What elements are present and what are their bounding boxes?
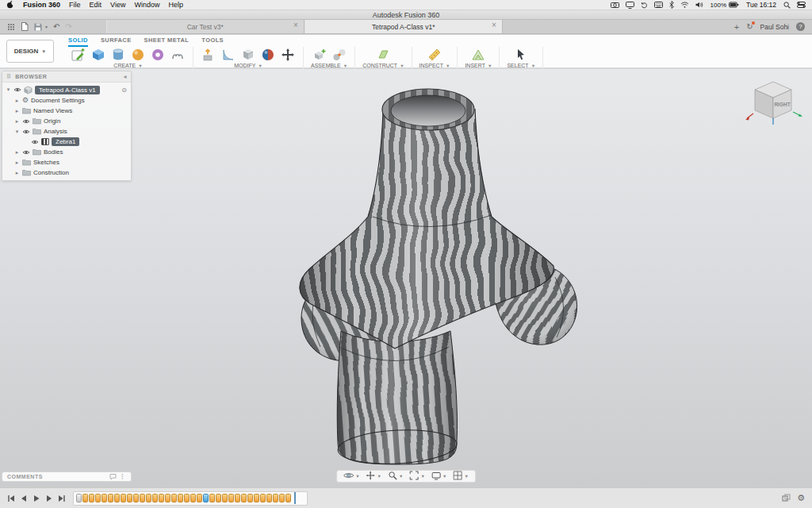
timeline-feature-form-25[interactable] bbox=[235, 494, 240, 502]
browser-item-sketches[interactable]: ▸Sketches bbox=[2, 157, 131, 167]
insert-mesh-icon[interactable] bbox=[470, 47, 486, 63]
eye-icon[interactable] bbox=[22, 118, 30, 125]
comments-bar[interactable]: COMMENTS ⋮ bbox=[2, 471, 132, 482]
timeline-feature-form-16[interactable] bbox=[178, 494, 183, 502]
browser-item-zebra1[interactable]: Zebra1 bbox=[2, 137, 131, 147]
new-component-icon[interactable] bbox=[312, 47, 327, 63]
step-back-icon[interactable] bbox=[20, 495, 28, 502]
timeline-feature-form-28[interactable] bbox=[254, 494, 259, 502]
comments-menu-icon[interactable]: ⋮ bbox=[120, 473, 127, 480]
expand-arrow[interactable]: ▸ bbox=[14, 170, 20, 176]
chevron-down-icon[interactable]: ▾ bbox=[45, 24, 48, 29]
measure-icon[interactable] bbox=[427, 47, 442, 63]
timeline-feature-form-22[interactable] bbox=[216, 494, 221, 502]
redo-icon[interactable]: ↷ bbox=[65, 22, 71, 31]
display-icon[interactable] bbox=[626, 2, 634, 9]
nav-orbit[interactable]: ▼ bbox=[343, 469, 359, 483]
browser-item-named-views[interactable]: ▸Named Views bbox=[2, 106, 131, 116]
expand-arrow[interactable]: ▾ bbox=[6, 87, 11, 93]
browser-item-origin[interactable]: ▸Origin bbox=[2, 116, 131, 126]
battery-indicator[interactable]: 100% bbox=[710, 2, 739, 9]
close-icon[interactable]: × bbox=[293, 21, 298, 29]
timeline-feature-form-29[interactable] bbox=[260, 494, 266, 502]
step-forward-icon[interactable] bbox=[45, 495, 53, 502]
timeline-feature-form-24[interactable] bbox=[228, 494, 234, 502]
timeline-feature-form-15[interactable] bbox=[171, 494, 177, 502]
timeline-position-marker[interactable] bbox=[294, 492, 296, 504]
material-icon[interactable] bbox=[260, 47, 276, 63]
document-tab-1[interactable]: Tetrapod A-Class v1*× bbox=[304, 20, 503, 33]
press-pull-icon[interactable] bbox=[201, 47, 216, 63]
menu-file[interactable]: File bbox=[69, 1, 81, 9]
shell-icon[interactable] bbox=[240, 47, 256, 63]
new-document-icon[interactable] bbox=[21, 22, 29, 31]
timeline-feature-form-4[interactable] bbox=[102, 494, 107, 502]
save-icon[interactable] bbox=[34, 23, 42, 31]
bluetooth-icon[interactable] bbox=[669, 1, 674, 9]
cylinder-icon[interactable] bbox=[110, 47, 126, 63]
timeline-feature-form-6[interactable] bbox=[114, 494, 120, 502]
new-tab-button[interactable]: + bbox=[734, 22, 739, 32]
collapse-left-icon[interactable]: ◂ bbox=[123, 73, 127, 80]
job-status-icon[interactable]: ↻ bbox=[746, 22, 753, 31]
timeline-zoom-icon[interactable] bbox=[782, 491, 791, 506]
timeline-feature-form-7[interactable] bbox=[121, 494, 126, 502]
timeline-feature-sketch-0[interactable] bbox=[76, 494, 82, 502]
timeline-feature-form-19[interactable] bbox=[197, 494, 202, 502]
eye-icon[interactable] bbox=[22, 129, 30, 135]
expand-arrow[interactable]: ▾ bbox=[14, 129, 20, 135]
expand-arrow[interactable]: ▸ bbox=[14, 108, 20, 114]
menu-edit[interactable]: Edit bbox=[90, 1, 102, 9]
move-icon[interactable] bbox=[280, 47, 296, 63]
tab-sheet-metal[interactable]: SHEET METAL bbox=[144, 37, 190, 47]
comment-bubble-icon[interactable] bbox=[109, 473, 117, 480]
tab-tools[interactable]: TOOLS bbox=[201, 37, 224, 47]
timeline-feature-form-32[interactable] bbox=[279, 494, 285, 502]
fillet-icon[interactable] bbox=[220, 47, 236, 63]
plane-icon[interactable] bbox=[375, 47, 391, 63]
app-grid-icon[interactable] bbox=[7, 23, 15, 31]
tab-solid[interactable]: SOLID bbox=[68, 37, 88, 47]
timeline-feature-form-17[interactable] bbox=[184, 494, 190, 502]
help-icon[interactable]: ? bbox=[796, 22, 805, 31]
undo-icon[interactable]: ↶ bbox=[53, 22, 59, 31]
coil-icon[interactable] bbox=[170, 47, 186, 63]
activate-radio-icon[interactable]: ⊙ bbox=[121, 87, 127, 94]
document-tab-0[interactable]: Car Test v3*× bbox=[106, 20, 304, 33]
volume-icon[interactable] bbox=[695, 2, 703, 8]
expand-arrow[interactable]: ▸ bbox=[14, 118, 20, 125]
expand-arrow[interactable]: ▸ bbox=[14, 98, 20, 104]
timeline-feature-form-21[interactable] bbox=[209, 494, 215, 502]
menu-window[interactable]: Window bbox=[134, 1, 159, 9]
skip-start-icon[interactable] bbox=[7, 495, 15, 502]
timeline-feature-form-11[interactable] bbox=[146, 494, 151, 502]
timeline-feature-patch-20[interactable] bbox=[203, 494, 209, 502]
keyboard-icon[interactable] bbox=[654, 2, 663, 8]
timeline-feature-form-23[interactable] bbox=[222, 494, 228, 502]
browser-root-row[interactable]: ▾Tetrapod A-Class v1⊙ bbox=[2, 84, 131, 95]
select-icon[interactable] bbox=[513, 47, 529, 63]
box-icon[interactable] bbox=[90, 47, 106, 63]
sphere-icon[interactable] bbox=[130, 47, 146, 63]
workspace-selector[interactable]: DESIGN ▼ bbox=[6, 40, 54, 63]
camera-icon[interactable] bbox=[611, 2, 619, 8]
joint-icon[interactable] bbox=[331, 47, 347, 63]
browser-item-construction[interactable]: ▸Construction bbox=[2, 167, 131, 178]
menu-help[interactable]: Help bbox=[168, 1, 183, 9]
close-icon[interactable]: × bbox=[492, 21, 496, 29]
create-sketch-icon[interactable] bbox=[71, 47, 86, 63]
apple-menu-icon[interactable] bbox=[6, 0, 14, 10]
timeline-feature-form-8[interactable] bbox=[127, 494, 132, 502]
expand-arrow[interactable]: ▸ bbox=[14, 149, 20, 156]
browser-item-document-settings[interactable]: ▸⚙Document Settings bbox=[2, 95, 131, 106]
timeline-feature-form-33[interactable] bbox=[285, 494, 291, 502]
viewcube[interactable]: RIGHT bbox=[744, 75, 804, 126]
menubar-clock[interactable]: Tue 16:12 bbox=[746, 1, 776, 9]
nav-pan[interactable]: ▼ bbox=[366, 469, 381, 483]
eye-icon[interactable] bbox=[22, 149, 30, 156]
search-icon[interactable] bbox=[783, 2, 791, 9]
browser-item-analysis[interactable]: ▾Analysis bbox=[2, 126, 131, 137]
timeline-feature-form-30[interactable] bbox=[266, 494, 272, 502]
play-icon[interactable] bbox=[33, 495, 40, 502]
timeline-feature-form-1[interactable] bbox=[82, 494, 88, 502]
